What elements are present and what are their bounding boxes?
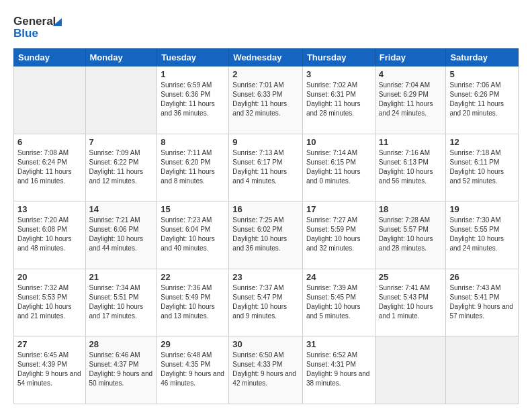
calendar-cell: 5Sunrise: 7:06 AM Sunset: 6:26 PM Daylig… bbox=[446, 66, 519, 134]
calendar-cell bbox=[85, 66, 157, 134]
week-row-2: 6Sunrise: 7:08 AM Sunset: 6:24 PM Daylig… bbox=[14, 134, 519, 201]
day-number: 14 bbox=[89, 204, 154, 214]
calendar-cell: 31Sunrise: 6:52 AM Sunset: 4:31 PM Dayli… bbox=[302, 336, 375, 404]
day-number: 7 bbox=[89, 137, 154, 147]
day-info: Sunrise: 7:25 AM Sunset: 6:02 PM Dayligh… bbox=[232, 216, 299, 253]
calendar-cell: 14Sunrise: 7:21 AM Sunset: 6:06 PM Dayli… bbox=[85, 201, 157, 269]
day-number: 1 bbox=[161, 69, 225, 79]
day-number: 13 bbox=[17, 204, 82, 214]
calendar-body: 1Sunrise: 6:59 AM Sunset: 6:36 PM Daylig… bbox=[14, 66, 519, 404]
header-day-monday: Monday bbox=[85, 49, 157, 66]
calendar-cell: 19Sunrise: 7:30 AM Sunset: 5:55 PM Dayli… bbox=[446, 201, 519, 269]
day-number: 31 bbox=[306, 339, 371, 349]
day-info: Sunrise: 6:50 AM Sunset: 4:33 PM Dayligh… bbox=[232, 351, 299, 388]
day-number: 8 bbox=[161, 137, 225, 147]
day-info: Sunrise: 7:20 AM Sunset: 6:08 PM Dayligh… bbox=[17, 216, 82, 253]
calendar-table: SundayMondayTuesdayWednesdayThursdayFrid… bbox=[13, 48, 519, 404]
header-day-sunday: Sunday bbox=[14, 49, 86, 66]
day-number: 21 bbox=[89, 272, 154, 282]
header-day-friday: Friday bbox=[375, 49, 446, 66]
day-info: Sunrise: 7:43 AM Sunset: 5:41 PM Dayligh… bbox=[449, 283, 515, 321]
calendar-cell: 9Sunrise: 7:13 AM Sunset: 6:17 PM Daylig… bbox=[229, 134, 303, 201]
day-number: 22 bbox=[161, 272, 225, 282]
calendar-header-row: SundayMondayTuesdayWednesdayThursdayFrid… bbox=[14, 49, 519, 66]
day-info: Sunrise: 7:32 AM Sunset: 5:53 PM Dayligh… bbox=[17, 283, 82, 321]
calendar-cell: 3Sunrise: 7:02 AM Sunset: 6:31 PM Daylig… bbox=[302, 66, 375, 134]
day-info: Sunrise: 7:27 AM Sunset: 5:59 PM Dayligh… bbox=[306, 216, 371, 253]
calendar-cell bbox=[375, 336, 446, 404]
week-row-5: 27Sunrise: 6:45 AM Sunset: 4:39 PM Dayli… bbox=[14, 336, 519, 404]
logo: General Blue bbox=[13, 10, 67, 43]
day-number: 6 bbox=[17, 137, 82, 147]
day-info: Sunrise: 7:14 AM Sunset: 6:15 PM Dayligh… bbox=[306, 148, 371, 186]
day-number: 28 bbox=[89, 339, 154, 349]
day-info: Sunrise: 7:09 AM Sunset: 6:22 PM Dayligh… bbox=[89, 148, 154, 186]
day-info: Sunrise: 7:16 AM Sunset: 6:13 PM Dayligh… bbox=[379, 148, 443, 186]
calendar-cell: 21Sunrise: 7:34 AM Sunset: 5:51 PM Dayli… bbox=[85, 269, 157, 336]
calendar-cell: 29Sunrise: 6:48 AM Sunset: 4:35 PM Dayli… bbox=[157, 336, 229, 404]
day-info: Sunrise: 7:06 AM Sunset: 6:26 PM Dayligh… bbox=[449, 81, 515, 118]
day-info: Sunrise: 7:01 AM Sunset: 6:33 PM Dayligh… bbox=[232, 81, 299, 118]
svg-text:Blue: Blue bbox=[13, 27, 38, 40]
day-info: Sunrise: 7:13 AM Sunset: 6:17 PM Dayligh… bbox=[232, 148, 299, 186]
calendar-cell: 2Sunrise: 7:01 AM Sunset: 6:33 PM Daylig… bbox=[229, 66, 303, 134]
day-info: Sunrise: 7:18 AM Sunset: 6:11 PM Dayligh… bbox=[449, 148, 515, 186]
calendar-cell: 20Sunrise: 7:32 AM Sunset: 5:53 PM Dayli… bbox=[14, 269, 86, 336]
calendar-cell bbox=[14, 66, 86, 134]
logo-svg: General Blue bbox=[13, 10, 67, 43]
day-number: 12 bbox=[449, 137, 515, 147]
calendar-cell: 17Sunrise: 7:27 AM Sunset: 5:59 PM Dayli… bbox=[302, 201, 375, 269]
calendar-cell: 15Sunrise: 7:23 AM Sunset: 6:04 PM Dayli… bbox=[157, 201, 229, 269]
calendar-cell: 16Sunrise: 7:25 AM Sunset: 6:02 PM Dayli… bbox=[229, 201, 303, 269]
day-info: Sunrise: 7:02 AM Sunset: 6:31 PM Dayligh… bbox=[306, 81, 371, 118]
day-number: 10 bbox=[306, 137, 371, 147]
page: General Blue SundayMondayTuesdayWednesda… bbox=[0, 0, 532, 411]
day-info: Sunrise: 7:36 AM Sunset: 5:49 PM Dayligh… bbox=[161, 283, 225, 321]
calendar-cell: 1Sunrise: 6:59 AM Sunset: 6:36 PM Daylig… bbox=[157, 66, 229, 134]
week-row-1: 1Sunrise: 6:59 AM Sunset: 6:36 PM Daylig… bbox=[14, 66, 519, 134]
day-info: Sunrise: 6:46 AM Sunset: 4:37 PM Dayligh… bbox=[89, 351, 154, 388]
day-info: Sunrise: 6:45 AM Sunset: 4:39 PM Dayligh… bbox=[17, 351, 82, 388]
day-number: 20 bbox=[17, 272, 82, 282]
day-info: Sunrise: 7:39 AM Sunset: 5:45 PM Dayligh… bbox=[306, 283, 371, 321]
day-info: Sunrise: 7:04 AM Sunset: 6:29 PM Dayligh… bbox=[379, 81, 443, 118]
day-number: 29 bbox=[161, 339, 225, 349]
day-number: 9 bbox=[232, 137, 299, 147]
day-info: Sunrise: 6:52 AM Sunset: 4:31 PM Dayligh… bbox=[306, 351, 371, 388]
calendar-cell: 13Sunrise: 7:20 AM Sunset: 6:08 PM Dayli… bbox=[14, 201, 86, 269]
calendar-cell: 25Sunrise: 7:41 AM Sunset: 5:43 PM Dayli… bbox=[375, 269, 446, 336]
calendar-cell: 7Sunrise: 7:09 AM Sunset: 6:22 PM Daylig… bbox=[85, 134, 157, 201]
calendar-cell: 23Sunrise: 7:37 AM Sunset: 5:47 PM Dayli… bbox=[229, 269, 303, 336]
day-number: 16 bbox=[232, 204, 299, 214]
day-number: 25 bbox=[379, 272, 443, 282]
calendar-cell: 10Sunrise: 7:14 AM Sunset: 6:15 PM Dayli… bbox=[302, 134, 375, 201]
day-number: 15 bbox=[161, 204, 225, 214]
day-info: Sunrise: 7:34 AM Sunset: 5:51 PM Dayligh… bbox=[89, 283, 154, 321]
calendar-cell: 12Sunrise: 7:18 AM Sunset: 6:11 PM Dayli… bbox=[446, 134, 519, 201]
calendar-cell: 30Sunrise: 6:50 AM Sunset: 4:33 PM Dayli… bbox=[229, 336, 303, 404]
day-number: 3 bbox=[306, 69, 371, 79]
day-info: Sunrise: 6:48 AM Sunset: 4:35 PM Dayligh… bbox=[161, 351, 225, 388]
day-info: Sunrise: 6:59 AM Sunset: 6:36 PM Dayligh… bbox=[161, 81, 225, 118]
day-number: 18 bbox=[379, 204, 443, 214]
svg-text:General: General bbox=[13, 15, 56, 28]
day-number: 19 bbox=[449, 204, 515, 214]
calendar-cell: 24Sunrise: 7:39 AM Sunset: 5:45 PM Dayli… bbox=[302, 269, 375, 336]
day-info: Sunrise: 7:21 AM Sunset: 6:06 PM Dayligh… bbox=[89, 216, 154, 253]
day-number: 30 bbox=[232, 339, 299, 349]
day-number: 24 bbox=[306, 272, 371, 282]
day-info: Sunrise: 7:28 AM Sunset: 5:57 PM Dayligh… bbox=[379, 216, 443, 253]
calendar-cell: 27Sunrise: 6:45 AM Sunset: 4:39 PM Dayli… bbox=[14, 336, 86, 404]
day-number: 27 bbox=[17, 339, 82, 349]
day-info: Sunrise: 7:23 AM Sunset: 6:04 PM Dayligh… bbox=[161, 216, 225, 253]
day-number: 11 bbox=[379, 137, 443, 147]
day-info: Sunrise: 7:11 AM Sunset: 6:20 PM Dayligh… bbox=[161, 148, 225, 186]
calendar-cell: 28Sunrise: 6:46 AM Sunset: 4:37 PM Dayli… bbox=[85, 336, 157, 404]
calendar-cell: 26Sunrise: 7:43 AM Sunset: 5:41 PM Dayli… bbox=[446, 269, 519, 336]
header-day-thursday: Thursday bbox=[302, 49, 375, 66]
calendar-cell: 6Sunrise: 7:08 AM Sunset: 6:24 PM Daylig… bbox=[14, 134, 86, 201]
day-info: Sunrise: 7:37 AM Sunset: 5:47 PM Dayligh… bbox=[232, 283, 299, 321]
header-day-wednesday: Wednesday bbox=[229, 49, 303, 66]
day-number: 23 bbox=[232, 272, 299, 282]
day-info: Sunrise: 7:41 AM Sunset: 5:43 PM Dayligh… bbox=[379, 283, 443, 321]
